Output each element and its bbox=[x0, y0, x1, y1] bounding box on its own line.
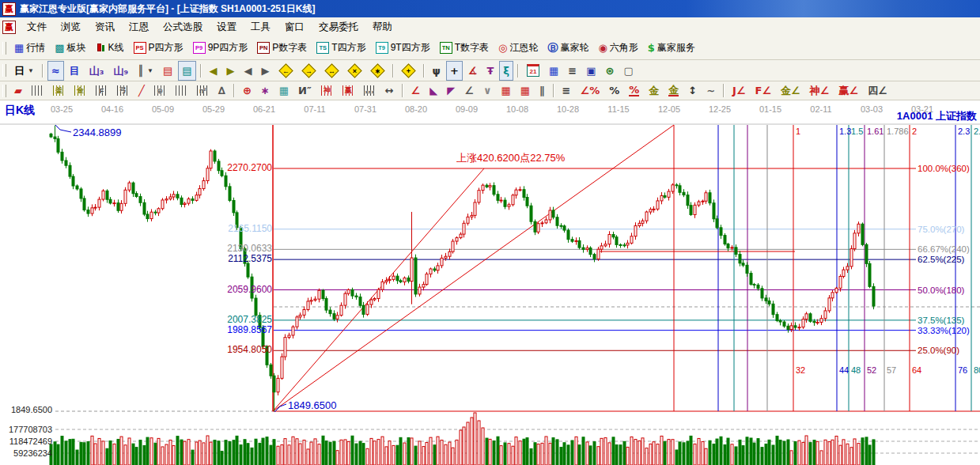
gann-grid-f-button[interactable]: F bbox=[92, 81, 112, 100]
pan-left-button[interactable]: ← bbox=[275, 61, 297, 81]
compress-view-button[interactable]: × bbox=[344, 61, 365, 81]
fit-view-button[interactable]: + bbox=[398, 61, 419, 81]
red-grid-button[interactable]: ▦ bbox=[497, 81, 514, 100]
menu-item-9[interactable]: 帮助 bbox=[365, 19, 399, 36]
gann-grid-gold-button[interactable]: 金 bbox=[70, 81, 90, 100]
gann-shape-tool-button[interactable]: Ŧ bbox=[482, 61, 498, 81]
9p-square-button[interactable]: P99P四方形 bbox=[189, 38, 252, 58]
menu-item-8[interactable]: 交易委托 bbox=[312, 19, 365, 36]
star-burst-cycle-button[interactable]: ∗ bbox=[257, 81, 274, 100]
menu-item-4[interactable]: 公式选股 bbox=[156, 19, 210, 36]
chip-distribution-button[interactable]: ▤ bbox=[159, 61, 176, 81]
marker-brush-button[interactable]: ▰ bbox=[10, 81, 26, 100]
number-ruler-button[interactable]: ₁₂₃ bbox=[360, 81, 380, 100]
jump-last-button[interactable]: ▶ bbox=[223, 61, 239, 81]
page-right-button[interactable]: ▶ bbox=[258, 61, 274, 81]
9t-square-button[interactable]: T99T四方形 bbox=[372, 38, 434, 58]
gann-time-grid-button[interactable] bbox=[28, 81, 47, 100]
period-label: 日K线 bbox=[5, 105, 35, 115]
page-left-button[interactable]: ◀ bbox=[240, 61, 256, 81]
winner-wheel-button[interactable]: Ⓑ赢家轮 bbox=[543, 38, 592, 58]
volume-bars-3-button[interactable]: 山₃ bbox=[85, 61, 108, 81]
winner-service-button[interactable]: $赢家服务 bbox=[644, 38, 699, 58]
jump-first-button[interactable]: ◀ bbox=[206, 61, 221, 81]
price-level-label: 1989.8567 bbox=[204, 325, 272, 335]
save-layout-button[interactable]: ▣ bbox=[582, 61, 600, 81]
updown-pencil-button[interactable]: ↕ bbox=[684, 81, 701, 100]
menu-item-5[interactable]: 设置 bbox=[210, 19, 244, 36]
measure-pencil-button[interactable]: ╱ bbox=[134, 81, 149, 100]
menu-item-1[interactable]: 浏览 bbox=[54, 19, 88, 36]
9t-square-icon: T9 bbox=[376, 42, 388, 54]
smart-analysis-button[interactable]: ξ bbox=[499, 61, 513, 81]
menu-item-0[interactable]: 文件 bbox=[20, 19, 54, 36]
crosshair-button[interactable]: + bbox=[446, 61, 463, 81]
gann-grid-spiral-button[interactable]: 弓 bbox=[113, 81, 133, 100]
sector-blocks-button[interactable]: ▩板块 bbox=[51, 38, 89, 58]
remote-service-button[interactable]: ▢ bbox=[619, 61, 637, 81]
p-number-table-button[interactable]: PNP数字表 bbox=[253, 38, 311, 58]
ying-grid-button[interactable]: 赢 bbox=[339, 81, 358, 100]
target-crosshair-icon: ⊕ bbox=[243, 85, 252, 96]
angle-j-button[interactable]: J∠ bbox=[728, 81, 750, 100]
gann-wheel-button[interactable]: ◎江恩轮 bbox=[494, 38, 542, 58]
menu-item-6[interactable]: 工具 bbox=[244, 19, 278, 36]
fan-box-2-button[interactable]: ◤ bbox=[443, 81, 459, 100]
angle-si-button[interactable]: 四∠ bbox=[864, 81, 891, 100]
shen-grid-button[interactable]: 神 bbox=[317, 81, 337, 100]
gold-level-button[interactable]: 金 bbox=[664, 81, 683, 100]
mirror-fold-button[interactable]: ∆ bbox=[214, 81, 229, 100]
calendar-button[interactable]: 21 bbox=[523, 61, 543, 81]
volume-bars-9-button[interactable]: 山₉ bbox=[110, 61, 133, 81]
market-quotes-button[interactable]: ▦行情 bbox=[10, 38, 49, 58]
angle-measure-button[interactable]: ∡ bbox=[464, 61, 482, 81]
hexagon-button[interactable]: ◉六角形 bbox=[594, 38, 641, 58]
valley-lines-button[interactable]: ∨ bbox=[479, 81, 496, 100]
expand-horizontal-button[interactable]: ↔ bbox=[321, 61, 342, 81]
angle-ying-button[interactable]: 赢∠ bbox=[834, 81, 862, 100]
fan-box-button[interactable]: ◣ bbox=[426, 81, 441, 100]
time-ratio-label: 1.5 bbox=[851, 127, 863, 137]
percent-line-button[interactable]: % bbox=[625, 81, 643, 100]
gann-grid-fu-button[interactable]: 釜 bbox=[49, 81, 69, 100]
angle-f-button[interactable]: F∠ bbox=[751, 81, 776, 100]
info-panel-button[interactable]: 目 bbox=[66, 61, 84, 81]
red-grid-arrow-button[interactable]: ▦ bbox=[516, 81, 534, 100]
menu-item-3[interactable]: 江恩 bbox=[122, 19, 156, 36]
web-grid-cycle-button[interactable]: ▦ bbox=[275, 81, 293, 100]
memo-notes-button[interactable]: ≡ bbox=[564, 61, 581, 81]
gold-circle-button[interactable]: 金 bbox=[645, 81, 663, 100]
tick-ruler-button[interactable] bbox=[172, 81, 191, 100]
wave-channel-button[interactable]: ~ bbox=[702, 81, 719, 100]
circle-cycle-button[interactable]: ⊕ bbox=[150, 81, 170, 100]
parallel-lines-button[interactable]: ∥ bbox=[535, 81, 549, 100]
span-measure-button[interactable]: ↔ bbox=[381, 81, 398, 100]
expand-view-button[interactable]: ∗ bbox=[367, 61, 388, 81]
hand-drag-button[interactable]: ψ bbox=[429, 61, 445, 81]
period-day-selector-button[interactable]: 日▼ bbox=[10, 61, 38, 81]
angle-shen-button[interactable]: 神∠ bbox=[806, 81, 834, 100]
percent-measure-button[interactable]: % bbox=[605, 81, 623, 100]
angle-gold-button[interactable]: 金∠ bbox=[777, 81, 804, 100]
target-crosshair-button[interactable]: ⊕ bbox=[239, 81, 255, 100]
percent-angle-button[interactable]: ∠% bbox=[576, 81, 604, 100]
zigzag-line-mode-button[interactable]: ≈ bbox=[47, 61, 64, 81]
pan-right-button[interactable]: → bbox=[298, 61, 320, 81]
profile-histogram-button[interactable]: ▤ bbox=[178, 61, 195, 81]
n-square-cycle-button[interactable]: n² bbox=[193, 81, 213, 100]
online-update-button[interactable]: ⊛ bbox=[602, 61, 619, 81]
p-square-button[interactable]: PSP四方形 bbox=[130, 38, 187, 58]
time-day-label: 52 bbox=[867, 365, 876, 376]
price-ladder-button[interactable]: ≡ bbox=[558, 81, 575, 100]
toolbar-view: 日▼≈目山₃山₉║▼▤▤◀▶◀▶←→↔×∗+ψ+∡Ŧξ21▦≡▣⊛▢ bbox=[0, 60, 980, 81]
angle-pair-button[interactable]: ∠ bbox=[460, 81, 478, 100]
double-tick-button[interactable]: И″ bbox=[294, 81, 316, 100]
kline-chart-button[interactable]: K线 bbox=[92, 38, 128, 58]
t-square-button[interactable]: TST四方形 bbox=[312, 38, 369, 58]
candle-style-selector-button[interactable]: ║▼ bbox=[134, 61, 157, 81]
fan-rays-button[interactable]: ∠ bbox=[407, 81, 425, 100]
menu-item-2[interactable]: 资讯 bbox=[88, 19, 122, 36]
menu-item-7[interactable]: 窗口 bbox=[278, 19, 312, 36]
calculator-button[interactable]: ▦ bbox=[545, 61, 562, 81]
t-number-table-button[interactable]: TNT数字表 bbox=[436, 38, 493, 58]
